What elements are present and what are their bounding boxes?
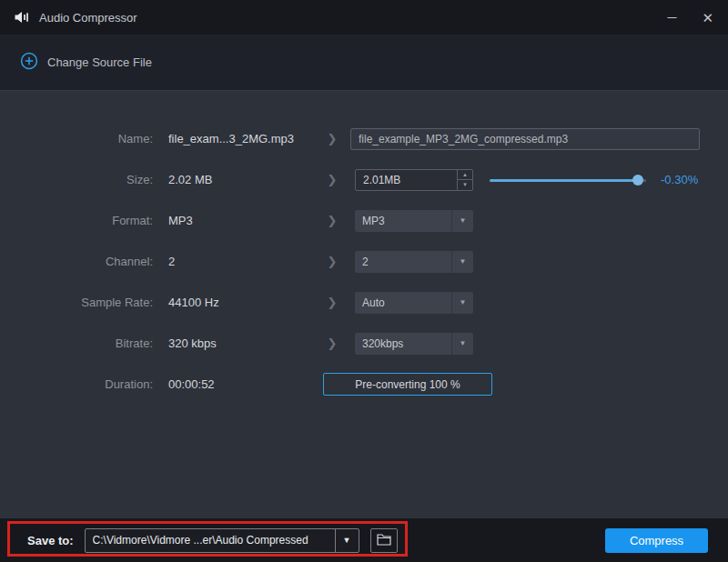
format-label: Format:: [0, 214, 153, 227]
sample-rate-value: 44100 Hz: [168, 296, 314, 309]
dropdown-arrow-icon: ▼: [451, 292, 473, 314]
row-sample-rate: Sample Rate: 44100 Hz ❯ Auto ▼: [0, 282, 728, 323]
save-path-input[interactable]: [86, 529, 335, 552]
row-size: Size: 2.02 MB ❯ ▲ ▼ -0.30%: [0, 159, 728, 200]
save-to-label: Save to:: [27, 534, 74, 547]
bitrate-label: Bitrate:: [0, 336, 153, 350]
plus-circle-icon: [20, 52, 38, 74]
spinner-down-icon[interactable]: ▼: [458, 180, 472, 190]
size-value: 2.02 MB: [168, 173, 314, 186]
pre-converting-button[interactable]: Pre-converting 100 %: [323, 373, 492, 396]
slider-track[interactable]: [490, 179, 646, 182]
channel-dropdown[interactable]: 2 ▼: [355, 251, 473, 273]
spinner-up-icon[interactable]: ▲: [458, 170, 472, 181]
duration-value: 00:00:52: [168, 377, 314, 391]
chevron-right-icon: ❯: [314, 132, 350, 146]
target-size-input[interactable]: [356, 170, 457, 190]
size-label: Size:: [0, 173, 153, 186]
dropdown-arrow-icon: ▼: [451, 210, 473, 232]
minimize-button[interactable]: ─: [668, 11, 677, 24]
row-name: Name: file_exam...3_2MG.mp3 ❯: [0, 118, 728, 159]
header: Change Source File: [0, 35, 728, 91]
size-change-percent: -0.30%: [661, 173, 698, 186]
save-path-combobox: ▼: [85, 528, 359, 553]
chevron-right-icon: ❯: [314, 255, 350, 268]
row-bitrate: Bitrate: 320 kbps ❯ 320kbps ▼: [0, 323, 728, 364]
duration-label: Duration:: [0, 377, 153, 391]
chevron-right-icon: ❯: [314, 214, 350, 227]
format-value: MP3: [168, 214, 314, 227]
row-duration: Duration: 00:00:52 Pre-converting 100 %: [0, 364, 728, 405]
footer-bar: Save to: ▼ Compress: [0, 518, 728, 562]
format-selected: MP3: [355, 215, 451, 227]
bitrate-selected: 320kbps: [355, 337, 451, 350]
window-title: Audio Compressor: [39, 11, 137, 25]
chevron-right-icon: ❯: [314, 173, 350, 186]
compress-button[interactable]: Compress: [605, 528, 708, 553]
spinner-buttons: ▲ ▼: [457, 170, 472, 190]
slider-handle[interactable]: [632, 175, 643, 186]
name-value: file_exam...3_2MG.mp3: [168, 132, 314, 146]
output-filename-input[interactable]: [350, 128, 700, 150]
save-path-dropdown-arrow-icon[interactable]: ▼: [335, 529, 359, 552]
bitrate-dropdown[interactable]: 320kbps ▼: [355, 333, 473, 355]
channel-value: 2: [168, 255, 314, 268]
size-slider[interactable]: [490, 175, 646, 186]
channel-selected: 2: [355, 256, 451, 268]
window-controls: ─ ✕: [668, 11, 714, 25]
titlebar: Audio Compressor ─ ✕: [0, 0, 728, 35]
change-source-file-label: Change Source File: [47, 55, 152, 69]
speaker-icon: [15, 11, 30, 24]
sample-rate-dropdown[interactable]: Auto ▼: [355, 292, 473, 314]
target-size-spinner: ▲ ▼: [355, 169, 473, 191]
browse-folder-icon: [377, 533, 391, 548]
change-source-file-button[interactable]: Change Source File: [20, 52, 152, 74]
browse-folder-button[interactable]: [370, 528, 398, 553]
row-channel: Channel: 2 ❯ 2 ▼: [0, 241, 728, 282]
chevron-right-icon: ❯: [314, 336, 350, 350]
channel-label: Channel:: [0, 255, 153, 268]
audio-compressor-window: Audio Compressor ─ ✕ Change Source File …: [0, 0, 728, 562]
dropdown-arrow-icon: ▼: [451, 251, 473, 273]
sample-rate-label: Sample Rate:: [0, 296, 153, 309]
dropdown-arrow-icon: ▼: [451, 333, 473, 355]
close-button[interactable]: ✕: [702, 11, 713, 25]
settings-panel: Name: file_exam...3_2MG.mp3 ❯ Size: 2.02…: [0, 92, 728, 518]
row-format: Format: MP3 ❯ MP3 ▼: [0, 200, 728, 241]
format-dropdown[interactable]: MP3 ▼: [355, 210, 473, 232]
chevron-right-icon: ❯: [314, 296, 350, 309]
sample-rate-selected: Auto: [355, 296, 451, 309]
bitrate-value: 320 kbps: [168, 336, 314, 350]
name-label: Name:: [0, 132, 153, 146]
